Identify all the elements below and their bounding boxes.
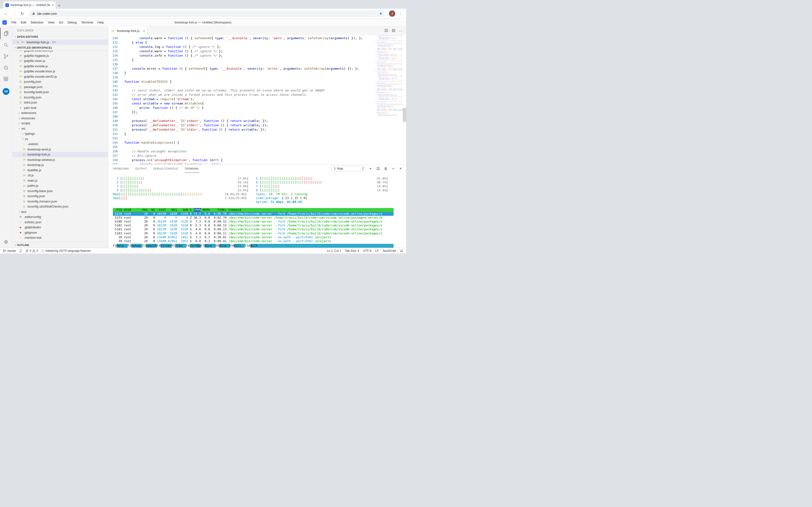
new-terminal-icon[interactable]: + bbox=[368, 166, 373, 171]
tree-item-gulpfile.extensions.js[interactable]: JSgulpfile.extensions.js bbox=[12, 51, 108, 53]
code-line[interactable]: 152} bbox=[108, 132, 375, 136]
tree-item-tsconfig.json[interactable]: {}tsconfig.json bbox=[12, 193, 108, 199]
tree-item-scripts[interactable]: ›scripts bbox=[12, 121, 108, 126]
close-panel-icon[interactable]: × bbox=[398, 166, 403, 171]
problems-item[interactable]: 0 0 bbox=[25, 249, 38, 252]
tree-item-vs[interactable]: ›vs bbox=[12, 136, 108, 142]
editor-tab[interactable]: JS bootstrap-fork.js × bbox=[108, 26, 148, 35]
tree-item-bootstrap-fork.js[interactable]: JSbootstrap-fork.js bbox=[12, 152, 108, 157]
code-line[interactable]: 146 write: function () { /* No OP */ } bbox=[108, 106, 375, 110]
tree-item-extensions[interactable]: ›extensions bbox=[12, 110, 108, 116]
tree-item-bootstrap.js[interactable]: JSbootstrap.js bbox=[12, 162, 108, 168]
tree-item-jsconfig.json[interactable]: {}jsconfig.json bbox=[12, 79, 108, 84]
menu-file[interactable]: File bbox=[9, 20, 19, 24]
menu-help[interactable]: Help bbox=[95, 20, 106, 24]
code-line[interactable]: 143 // error when we are inside a forked… bbox=[108, 93, 375, 97]
tree-item-yarn.lock[interactable]: ●yarn.lock bbox=[12, 105, 108, 111]
tree-item-src[interactable]: ›src bbox=[12, 126, 108, 131]
tab-close-icon[interactable]: × bbox=[52, 3, 54, 7]
tree-item-.gitignore[interactable]: ◆.gitignore bbox=[12, 230, 108, 235]
tree-item-test[interactable]: ›test bbox=[12, 209, 108, 215]
tree-item-gulpfile.mixin.js[interactable]: JSgulpfile.mixin.js bbox=[12, 58, 108, 64]
address-bar[interactable]: ide.coder.com ★ bbox=[29, 10, 385, 17]
tree-item-main.js[interactable]: JSmain.js bbox=[12, 178, 108, 183]
source-control-icon[interactable] bbox=[0, 51, 12, 62]
close-editor-icon[interactable]: × bbox=[16, 40, 19, 44]
code-line[interactable]: 148 bbox=[108, 114, 375, 119]
off-toggle[interactable]: Off bbox=[3, 88, 9, 95]
status-eol[interactable]: LF bbox=[375, 249, 379, 252]
outline-header[interactable]: › OUTLINE bbox=[12, 242, 108, 248]
maximize-panel-icon[interactable] bbox=[390, 166, 396, 171]
code-editor[interactable]: 130 console.warn = function () { safeSen… bbox=[108, 35, 406, 164]
close-editor-icon[interactable]: × bbox=[143, 29, 145, 33]
panel-tab-terminal[interactable]: TERMINAL bbox=[185, 165, 199, 173]
more-actions-icon[interactable]: ⋯ bbox=[399, 29, 403, 33]
tree-item-tsconfig.strictNullChecks.json[interactable]: {}tsconfig.strictNullChecks.json bbox=[12, 204, 108, 209]
code-line[interactable]: 159 console.error('Uncaught Exception: '… bbox=[108, 162, 375, 164]
menu-go[interactable]: Go bbox=[57, 20, 65, 24]
split-editor-icon[interactable] bbox=[384, 29, 388, 34]
code-line[interactable]: 155 bbox=[108, 145, 375, 149]
minimap[interactable]: console.warn = function () { safeSend({ … bbox=[375, 35, 403, 164]
code-line[interactable]: 138} bbox=[108, 71, 375, 75]
terminal-body[interactable]: 1 [|||||||||||| 17.8%] 5 [||||||||||||||… bbox=[108, 173, 393, 248]
code-line[interactable]: 132 console.log = function () { /* ignor… bbox=[108, 45, 375, 49]
code-line[interactable]: 149 process['__defineGetter__']('stdout'… bbox=[108, 119, 375, 123]
tree-item-tslint.json[interactable]: {}tslint.json bbox=[12, 100, 108, 105]
tree-item-typings[interactable]: ›typings bbox=[12, 131, 108, 136]
site-info-lock-icon[interactable] bbox=[32, 12, 35, 15]
tree-item-.gitattributes[interactable]: ◆.gitattributes bbox=[12, 225, 108, 230]
menu-edit[interactable]: Edit bbox=[19, 20, 28, 24]
panel-tab-output[interactable]: OUTPUT bbox=[135, 165, 147, 173]
browser-tab[interactable]: ≡ bootstrap-fork.js — Untitled (W × bbox=[3, 1, 56, 9]
avatar[interactable]: J bbox=[389, 10, 395, 17]
menu-terminal[interactable]: Terminal bbox=[79, 20, 95, 24]
tree-item-tsconfig.monaco.json[interactable]: {}tsconfig.monaco.json bbox=[12, 199, 108, 204]
forward-button[interactable]: → bbox=[11, 11, 17, 16]
reload-button[interactable]: ↻ bbox=[19, 11, 25, 16]
editor-layout-icon[interactable] bbox=[392, 29, 395, 34]
tree-item-.eslintrc.json[interactable]: ○.eslintrc.json bbox=[12, 220, 108, 225]
code-line[interactable]: 154function handleExceptions() { bbox=[108, 140, 375, 145]
terminal-picker[interactable]: 1: htop bbox=[331, 166, 366, 171]
open-editor-item[interactable]: ×JSbootstrap-fork.jssrc bbox=[12, 40, 108, 45]
code-line[interactable]: 158 process.on('uncaughtException', func… bbox=[108, 158, 375, 162]
code-line[interactable]: 135 } bbox=[108, 58, 375, 62]
open-editors-header[interactable]: › OPEN EDITORS bbox=[12, 34, 108, 40]
debug-icon[interactable] bbox=[0, 62, 12, 73]
tree-item-.editorconfig[interactable]: ⚙.editorconfig bbox=[12, 214, 108, 220]
status-tab-size[interactable]: Tab Size: 4 bbox=[345, 249, 359, 252]
language-status-item[interactable]: Initializing JS/TS language features bbox=[41, 249, 91, 252]
code-line[interactable]: 147 }); bbox=[108, 110, 375, 114]
code-line[interactable]: 136 bbox=[108, 62, 375, 66]
workspace-header[interactable]: › UNTITLED (WORKSPACE) bbox=[12, 45, 108, 51]
bookmark-star-icon[interactable]: ★ bbox=[379, 12, 382, 15]
tree-item-gulpfile.vscode.js[interactable]: JSgulpfile.vscode.js bbox=[12, 64, 108, 69]
code-line[interactable]: 134 console.info = function () { /* igno… bbox=[108, 53, 375, 58]
status-cursor-position[interactable]: Ln 1, Col 1 bbox=[327, 249, 341, 252]
new-tab-button[interactable]: + bbox=[58, 3, 60, 7]
tree-item-.eslintrc[interactable]: ○.eslintrc bbox=[12, 142, 108, 147]
search-icon[interactable] bbox=[0, 39, 12, 51]
panel-tab-problems[interactable]: PROBLEMS bbox=[113, 165, 129, 173]
code-line[interactable]: 140function disableSTDIO() { bbox=[108, 79, 375, 84]
tree-item-bootstrap-amd.js[interactable]: JSbootstrap-amd.js bbox=[12, 147, 108, 152]
tree-item-tsconfig.json[interactable]: {}tsconfig.json bbox=[12, 95, 108, 100]
git-branch-item[interactable]: master bbox=[3, 249, 16, 252]
tree-item-gulpfile.vscode.linux.js[interactable]: JSgulpfile.vscode.linux.js bbox=[12, 69, 108, 74]
code-line[interactable]: 145 const writable = new stream.Writable… bbox=[108, 101, 375, 106]
editor-scrollbar-thumb[interactable] bbox=[403, 108, 406, 122]
code-line[interactable]: 131 } else { bbox=[108, 40, 375, 45]
status-encoding[interactable]: UTF-8 bbox=[363, 249, 371, 252]
code-line[interactable]: 151 process['__defineGetter__']('stdin',… bbox=[108, 127, 375, 132]
code-line[interactable]: 157 // @ts-ignore bbox=[108, 154, 375, 158]
tree-item-package.json[interactable]: {}package.json bbox=[12, 84, 108, 90]
back-button[interactable]: ← bbox=[3, 11, 9, 16]
code-line[interactable]: 130 console.warn = function () { safeSen… bbox=[108, 36, 375, 40]
tree-item-gulpfile.hygiene.js[interactable]: JSgulpfile.hygiene.js bbox=[12, 53, 108, 59]
tree-item-tsconfig.base.json[interactable]: {}tsconfig.base.json bbox=[12, 188, 108, 194]
status-language-mode[interactable]: JavaScript bbox=[382, 249, 396, 252]
explorer-icon[interactable] bbox=[0, 28, 12, 39]
coder-logo[interactable]: ≡ bbox=[2, 20, 7, 25]
